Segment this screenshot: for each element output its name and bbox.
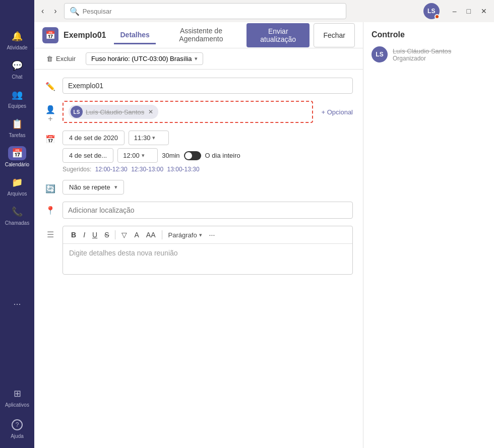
sidebar-item-atividade[interactable]: 🔔 Atividade xyxy=(0,25,34,54)
highlight-button[interactable]: ▽ xyxy=(118,229,130,240)
editor-row: ☰ B I U S ▽ A AA xyxy=(44,226,353,275)
sidebar: 🔔 Atividade 💬 Chat 👥 Equipes 📋 Tarefas 📅… xyxy=(0,0,34,448)
nav-back-button[interactable]: ‹ xyxy=(38,5,47,18)
sidebar-item-equipes[interactable]: 👥 Equipes xyxy=(0,84,34,113)
window-controls: – □ ✕ xyxy=(450,5,490,17)
paragraph-selector[interactable]: Parágrafo ▾ xyxy=(165,230,205,240)
sidebar-item-chat[interactable]: 💬 Chat xyxy=(0,54,34,84)
organizer-name: Luís Cláudio Santos xyxy=(393,47,451,55)
end-time-value: 12:00 xyxy=(123,152,140,159)
end-date-button[interactable]: 4 de set de... xyxy=(63,148,113,163)
duration-label: 30min xyxy=(162,152,179,159)
avatar[interactable]: LS xyxy=(423,3,440,19)
sidebar-label-tarefas: Tarefas xyxy=(9,133,26,138)
help-icon: ? xyxy=(12,419,23,430)
strikethrough-button[interactable]: S xyxy=(101,229,112,240)
font-color-button[interactable]: A xyxy=(131,229,142,240)
sidebar-label-ajuda: Ajuda xyxy=(11,433,24,439)
search-input[interactable] xyxy=(83,8,341,15)
editor-placeholder: Digite detalhes desta nova reunião xyxy=(69,249,178,257)
form-body: ✏️ 👤+ LS xyxy=(34,70,363,283)
avatar-initials: LS xyxy=(427,8,435,15)
editor-content[interactable]: Digite detalhes desta nova reunião xyxy=(63,244,352,274)
sidebar-bottom: ⊞ Aplicativos ? Ajuda xyxy=(0,382,34,448)
sidebar-label-atividade: Atividade xyxy=(7,45,27,50)
sidebar-item-arquivos[interactable]: 📁 Arquivos xyxy=(0,171,34,201)
maximize-button[interactable]: □ xyxy=(464,5,474,17)
tab-bar: 📅 Exemplo01 Detalhes Assistente de Agend… xyxy=(34,22,363,48)
italic-button[interactable]: I xyxy=(80,229,88,240)
font-size-button[interactable]: AA xyxy=(143,229,159,240)
tab-agendamento[interactable]: Assistente de Agendamento xyxy=(156,23,246,48)
sidebar-label-arquivos: Arquivos xyxy=(8,191,27,197)
chat-icon-wrap: 💬 xyxy=(8,58,26,73)
datetime-row: 📅 4 de set de 2020 11:30 ▾ xyxy=(44,131,353,173)
sidebar-label-equipes: Equipes xyxy=(8,103,26,109)
more-icon: ··· xyxy=(13,299,21,309)
sidebar-item-ajuda[interactable]: ? Ajuda xyxy=(0,414,34,443)
close-meeting-button[interactable]: Fechar xyxy=(314,23,355,47)
apps-icon: ⊞ xyxy=(14,388,21,399)
minimize-button[interactable]: – xyxy=(450,5,460,17)
form-panel: 📅 Exemplo01 Detalhes Assistente de Agend… xyxy=(34,22,363,448)
start-date-button[interactable]: 4 de set de 2020 xyxy=(63,131,125,145)
tasks-icon: 📋 xyxy=(12,118,23,130)
more-icon-wrap: ··· xyxy=(8,297,26,311)
suggestion-3-link[interactable]: 13:00-13:30 xyxy=(167,166,200,173)
suggestions-row: Sugeridos: 12:00-12:30 12:30-13:00 13:00… xyxy=(63,166,353,173)
sidebar-label-chamadas: Chamadas xyxy=(5,220,29,226)
tab-detalhes[interactable]: Detalhes xyxy=(114,27,155,44)
equipes-icon-wrap: 👥 xyxy=(8,88,26,102)
organizer-avatar: LS xyxy=(372,46,388,62)
allday-toggle[interactable] xyxy=(184,151,201,160)
organizer-info: Luís Cláudio Santos Organizador xyxy=(393,47,451,62)
title-row: ✏️ xyxy=(44,78,353,94)
suggestion-1-link[interactable]: 12:00-12:30 xyxy=(95,166,128,173)
refresh-icon: 🔄 xyxy=(45,184,55,194)
suggestion-2-link[interactable]: 12:30-13:00 xyxy=(131,166,163,173)
start-time-selector[interactable]: 11:30 ▾ xyxy=(129,131,169,145)
sidebar-item-aplicativos[interactable]: ⊞ Aplicativos xyxy=(0,382,34,412)
chip-remove-button[interactable]: ✕ xyxy=(148,108,153,115)
sidebar-label-chat: Chat xyxy=(12,74,22,80)
underline-button[interactable]: U xyxy=(89,229,100,240)
nav-forward-button[interactable]: › xyxy=(51,5,59,18)
sidebar-item-chamadas[interactable]: 📞 Chamadas xyxy=(0,201,34,230)
timezone-label: Fuso horário: (UTC-03:00) Brasília xyxy=(91,55,192,62)
close-button[interactable]: ✕ xyxy=(478,5,490,17)
sidebar-item-tarefas[interactable]: 📋 Tarefas xyxy=(0,113,34,142)
more-formatting-button[interactable]: ··· xyxy=(206,229,218,240)
end-time-selector[interactable]: 12:00 ▾ xyxy=(117,148,158,163)
main-area: ‹ › 🔍 LS – □ ✕ 📅 Exemplo01 Detalhes xyxy=(34,0,494,448)
attendees-field[interactable]: LS Luís Cláudio Santos ✕ xyxy=(63,101,313,123)
location-input[interactable] xyxy=(68,206,347,214)
chip-name: Luís Cláudio Santos xyxy=(86,108,144,116)
bold-button[interactable]: B xyxy=(68,229,79,240)
location-field[interactable] xyxy=(63,202,353,219)
search-icon: 🔍 xyxy=(70,7,80,16)
add-attendee-button[interactable]: 👤+ xyxy=(44,105,56,123)
recurrence-icon: 🔄 xyxy=(44,180,56,194)
location-icon: 📍 xyxy=(44,202,56,215)
arquivos-icon-wrap: 📁 xyxy=(8,175,26,189)
delete-button[interactable]: 🗑 Excluir xyxy=(42,53,80,65)
send-update-button[interactable]: Enviar atualização xyxy=(246,23,310,47)
ajuda-icon-wrap: ? xyxy=(8,418,26,432)
sidebar-item-calendario[interactable]: 📅 Calendário xyxy=(0,142,34,171)
attendees-icon: 👤+ xyxy=(44,101,56,123)
title-input[interactable] xyxy=(63,78,353,94)
bell-icon: 🔔 xyxy=(12,31,23,42)
editor-toolbar: B I U S ▽ A AA Parágrafo ▾ xyxy=(63,226,352,244)
optional-link[interactable]: + Opcional xyxy=(321,108,353,116)
timezone-selector[interactable]: Fuso horário: (UTC-03:00) Brasília ▾ xyxy=(86,52,203,65)
calendario-icon-wrap: 📅 xyxy=(8,146,26,160)
editor-wrap: B I U S ▽ A AA Parágrafo ▾ xyxy=(63,226,353,275)
paragraph-label: Parágrafo xyxy=(168,231,197,239)
title-icon: ✏️ xyxy=(44,78,56,91)
meeting-title: Exemplo01 xyxy=(64,31,106,40)
recurrence-selector[interactable]: Não se repete ▾ xyxy=(63,180,124,195)
calendar-event-icon: 📅 xyxy=(45,30,55,40)
attendee-chip: LS Luís Cláudio Santos ✕ xyxy=(69,105,158,119)
sidebar-item-more[interactable]: ··· xyxy=(0,293,34,315)
allday-label: O dia inteiro xyxy=(205,152,240,159)
